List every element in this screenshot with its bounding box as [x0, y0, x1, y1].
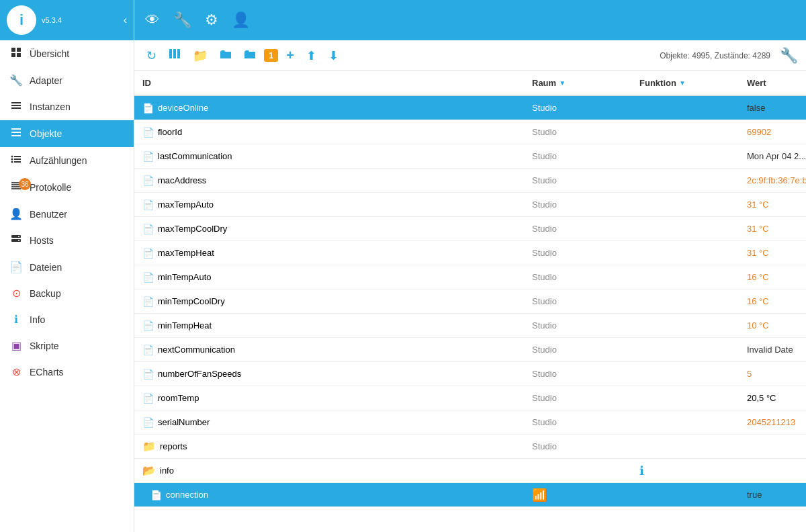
folder2-button[interactable]	[216, 46, 236, 65]
table-row[interactable]: 📄 deviceOnline Studio false ✏ 🗑 ⚙	[134, 96, 806, 120]
col-header-funktion[interactable]: Funktion ▼	[634, 71, 742, 95]
document-icon: 📄	[142, 175, 154, 186]
sidebar-item-hosts[interactable]: Hosts	[0, 227, 134, 254]
document-icon: 📄	[142, 272, 154, 283]
col-header-wert[interactable]: Wert	[742, 71, 806, 95]
table-row[interactable]: 📄 numberOfFanSpeeds Studio 5 ✏ 🗑 ⚙	[134, 362, 806, 386]
svg-rect-7	[11, 128, 21, 130]
cell-room: Studio	[527, 366, 634, 382]
sidebar-item-label: Backup	[30, 288, 61, 299]
folder3-button[interactable]	[240, 46, 260, 65]
file-icon: 📄	[9, 261, 23, 273]
col-header-raum[interactable]: Raum ▼	[527, 71, 634, 95]
table-row[interactable]: 📄 roomTemp Studio 20,5 °C ✏ 🗑 ⚙	[134, 386, 806, 410]
cell-id: 📄 maxTempHeat	[137, 245, 527, 261]
cell-value: 10 °C	[742, 318, 806, 333]
table-row[interactable]: 📄 nextCommunication Studio Invalid Date …	[134, 338, 806, 362]
backup-icon: ⊙	[9, 287, 23, 300]
cell-room: Studio	[527, 342, 634, 357]
svg-rect-1	[17, 48, 21, 52]
table-row[interactable]: 📂 info ℹ ✏ 🗑	[134, 459, 806, 483]
table-row[interactable]: 📄 minTempHeat Studio 10 °C ✏ 🗑 ⚙	[134, 314, 806, 338]
cell-room: Studio	[527, 318, 634, 333]
settings-icon[interactable]: ⚙	[205, 11, 218, 29]
sidebar-item-info[interactable]: ℹ Info	[0, 306, 134, 332]
folder-open-icon: 📂	[142, 464, 156, 477]
svg-point-22	[18, 236, 19, 237]
cell-room: Studio	[527, 439, 634, 454]
filter-number-button[interactable]: 1	[264, 49, 278, 62]
download-button[interactable]: ⬇	[324, 46, 343, 66]
document-icon: 📄	[142, 417, 154, 428]
cell-func	[634, 299, 742, 304]
folder-button[interactable]: 📁	[189, 46, 212, 66]
eye-icon[interactable]: 👁	[145, 11, 160, 29]
sidebar-item-objekte[interactable]: Objekte	[0, 120, 134, 147]
cell-func	[634, 347, 742, 353]
objects-count: Objekte: 4995, Zustände: 4289	[660, 51, 770, 60]
cell-value: 2c:9f:fb:36:7e:bc	[742, 173, 806, 188]
info-circle-icon: ℹ	[639, 464, 644, 478]
columns-button[interactable]	[165, 45, 185, 66]
cell-id: 📄 maxTempCoolDry	[137, 221, 527, 237]
sidebar-item-echarts[interactable]: ⊗ ECharts	[0, 359, 134, 385]
svg-rect-8	[11, 132, 21, 133]
table-row[interactable]: 📄 macAddress Studio 2c:9f:fb:36:7e:bc ✏ …	[134, 169, 806, 193]
cell-func	[634, 251, 742, 256]
user-icon[interactable]: 👤	[232, 11, 250, 29]
sidebar-item-benutzer[interactable]: 👤 Benutzer	[0, 201, 134, 227]
cell-room: Studio	[527, 197, 634, 212]
svg-rect-2	[11, 53, 15, 57]
svg-rect-4	[11, 102, 21, 103]
svg-point-23	[18, 240, 19, 241]
add-button[interactable]: +	[282, 45, 298, 66]
sidebar-item-skripte[interactable]: ▣ Skripte	[0, 332, 134, 359]
document-icon: 📄	[142, 369, 154, 380]
refresh-button[interactable]: ↻	[142, 46, 161, 66]
cell-func	[634, 226, 742, 232]
sidebar-item-adapter[interactable]: 🔧 Adapter	[0, 67, 134, 93]
table-row[interactable]: 📄 maxTempAuto Studio 31 °C ✏ 🗑 ⚙	[134, 193, 806, 217]
table-row[interactable]: 📁 reports Studio ✏ 🗑	[134, 435, 806, 459]
sidebar-item-dateien[interactable]: 📄 Dateien	[0, 254, 134, 280]
cell-id: 📄 maxTempAuto	[137, 197, 527, 213]
cell-id: 📄 connection	[137, 487, 527, 503]
table-settings-icon[interactable]: 🔧	[780, 47, 798, 64]
cell-room: Studio	[527, 148, 634, 164]
cell-value: 31 °C	[742, 221, 806, 236]
svg-rect-5	[11, 105, 21, 106]
cell-id: 📄 floorId	[137, 124, 527, 140]
sidebar-collapse-button[interactable]: ‹	[124, 14, 127, 26]
cell-func	[634, 130, 742, 135]
svg-rect-24	[169, 49, 172, 58]
cell-func	[634, 275, 742, 280]
protokolle-badge: 36	[19, 178, 31, 190]
cell-id: 📁 reports	[137, 437, 527, 455]
sidebar-item-backup[interactable]: ⊙ Backup	[0, 280, 134, 306]
sidebar-item-uebersicht[interactable]: Übersicht	[0, 40, 134, 67]
table-row[interactable]: 📄 floorId Studio 69902 ✏ 🗑 ⚙	[134, 120, 806, 144]
table-row[interactable]: 📄 minTempCoolDry Studio 16 °C ✏ 🗑 ⚙	[134, 290, 806, 314]
table-row[interactable]: 📄 lastCommunication Studio Mon Apr 04 2.…	[134, 144, 806, 169]
sort-icon: ▼	[679, 79, 686, 87]
cell-func	[634, 371, 742, 377]
col-header-id[interactable]: ID	[137, 71, 527, 95]
table-row[interactable]: 📄 serialNumber Studio 2045211213 ✏ 🗑 ⚙	[134, 410, 806, 435]
tools-icon[interactable]: 🔧	[173, 11, 191, 29]
document-icon: 📄	[142, 248, 154, 259]
folder-closed-icon: 📁	[142, 440, 156, 453]
svg-point-14	[11, 161, 13, 163]
document-icon: 📄	[142, 127, 154, 138]
table-row[interactable]: 📄 minTempAuto Studio 16 °C ✏ 🗑 ⚙	[134, 265, 806, 290]
table-row[interactable]: 📄 connection 📶 true ✏ 🗑 ⚙	[134, 483, 806, 507]
script-icon: ▣	[9, 339, 23, 352]
sidebar-item-protokolle[interactable]: 36 Protokolle	[0, 174, 134, 201]
document-icon: 📄	[142, 345, 154, 355]
cell-func	[634, 178, 742, 183]
app-logo: i	[7, 5, 36, 35]
table-row[interactable]: 📄 maxTempHeat Studio 31 °C ✏ 🗑 ⚙	[134, 241, 806, 265]
table-row[interactable]: 📄 maxTempCoolDry Studio 31 °C ✏ 🗑 ⚙	[134, 217, 806, 241]
upload-button[interactable]: ⬆	[302, 46, 320, 66]
sidebar-item-aufzaehlungen[interactable]: Aufzählungen	[0, 147, 134, 174]
sidebar-item-instanzen[interactable]: Instanzen	[0, 93, 134, 120]
